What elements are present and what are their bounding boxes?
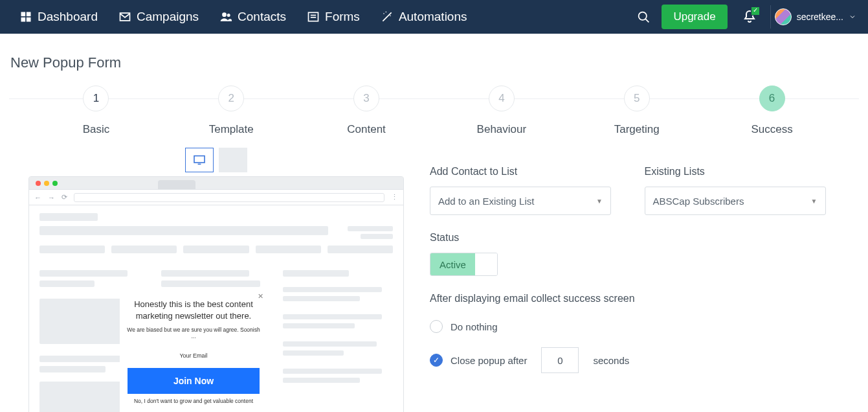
close-icon[interactable]: ✕ xyxy=(258,292,263,301)
radio-checked xyxy=(430,354,443,367)
status-toggle[interactable]: Active xyxy=(430,253,498,276)
option-do-nothing[interactable]: Do nothing xyxy=(430,320,840,333)
step-behaviour[interactable]: 4Behaviour xyxy=(434,86,569,136)
browser-preview: ←→⟳ ⋮ xyxy=(28,176,404,412)
svg-point-10 xyxy=(385,12,386,13)
upgrade-label: Upgrade xyxy=(673,10,715,23)
step-basic[interactable]: 1Basic xyxy=(28,86,164,136)
step-success[interactable]: 6Success xyxy=(704,86,840,136)
svg-point-5 xyxy=(227,14,230,17)
forms-icon xyxy=(307,10,320,23)
svg-point-4 xyxy=(222,12,227,17)
nav-label: Campaigns xyxy=(137,10,199,24)
close-delay-input[interactable] xyxy=(541,347,579,373)
search-icon xyxy=(637,10,651,24)
popup-email-placeholder: Your Email xyxy=(125,352,262,359)
option-label-after: seconds xyxy=(593,355,629,366)
wand-icon xyxy=(381,10,394,23)
chevron-down-icon: ▼ xyxy=(811,198,818,205)
chevron-down-icon: ▼ xyxy=(596,198,603,205)
svg-rect-0 xyxy=(21,12,26,17)
radio-unchecked xyxy=(430,320,443,333)
svg-point-11 xyxy=(390,16,391,17)
mail-icon xyxy=(118,10,131,23)
option-label: Do nothing xyxy=(451,321,498,332)
popup-title: Honestly this is the best content market… xyxy=(125,299,262,321)
status-label: Status xyxy=(430,232,840,244)
notifications-button[interactable] xyxy=(737,4,762,30)
option-label-before: Close popup after xyxy=(451,355,527,366)
top-nav: Dashboard Campaigns Contacts Forms Autom… xyxy=(0,0,868,34)
nav-label: Contacts xyxy=(238,10,286,24)
page-title: New Popup Form xyxy=(10,54,859,71)
status-active: Active xyxy=(430,253,475,275)
notification-badge xyxy=(751,6,760,16)
step-content[interactable]: 3Content xyxy=(299,86,434,136)
stepper: 1Basic 2Template 3Content 4Behaviour 5Ta… xyxy=(9,86,859,152)
existing-lists-label: Existing Lists xyxy=(645,166,840,177)
contacts-icon xyxy=(219,10,232,23)
nav-label: Forms xyxy=(325,10,360,24)
select-value: ABSCap Subscribers xyxy=(653,196,744,207)
nav-contacts[interactable]: Contacts xyxy=(209,0,296,34)
avatar xyxy=(775,8,792,25)
nav-campaigns[interactable]: Campaigns xyxy=(108,0,209,34)
popup-subtitle: We are biased but we are sure you will a… xyxy=(125,326,262,339)
popup-decline: No, I don't want to grow and get valuabl… xyxy=(125,398,262,404)
select-value: Add to an Existing List xyxy=(438,196,534,207)
user-name: secretkee... xyxy=(797,12,843,22)
svg-rect-2 xyxy=(21,17,26,22)
after-display-label: After displaying email collect success s… xyxy=(430,293,840,304)
chevron-down-icon xyxy=(849,13,856,21)
divider xyxy=(770,5,771,29)
existing-lists-select[interactable]: ABSCap Subscribers ▼ xyxy=(645,187,826,215)
nav-dashboard[interactable]: Dashboard xyxy=(9,0,108,34)
svg-rect-1 xyxy=(27,12,31,17)
nav-automations[interactable]: Automations xyxy=(370,0,478,34)
option-close-popup[interactable]: Close popup after seconds xyxy=(430,347,840,373)
step-template[interactable]: 2Template xyxy=(164,86,299,136)
upgrade-button[interactable]: Upgrade xyxy=(662,5,727,29)
popup-cta-button[interactable]: Join Now xyxy=(128,368,260,394)
svg-point-9 xyxy=(383,13,384,14)
status-inactive xyxy=(475,253,497,275)
svg-point-12 xyxy=(639,12,647,19)
dashboard-icon xyxy=(19,10,32,23)
step-targeting[interactable]: 5Targeting xyxy=(569,86,704,136)
user-menu[interactable]: secretkee... xyxy=(775,8,859,25)
nav-label: Automations xyxy=(399,10,467,24)
add-contact-select[interactable]: Add to an Existing List ▼ xyxy=(430,187,611,215)
search-button[interactable] xyxy=(630,4,656,30)
popup-preview: ✕ Honestly this is the best content mark… xyxy=(120,291,267,412)
svg-rect-3 xyxy=(27,17,31,22)
svg-line-13 xyxy=(645,19,649,22)
nav-label: Dashboard xyxy=(38,10,98,24)
nav-forms[interactable]: Forms xyxy=(296,0,370,34)
add-contact-label: Add Contact to List xyxy=(430,166,625,177)
desktop-icon xyxy=(193,155,206,165)
svg-rect-14 xyxy=(194,156,205,163)
